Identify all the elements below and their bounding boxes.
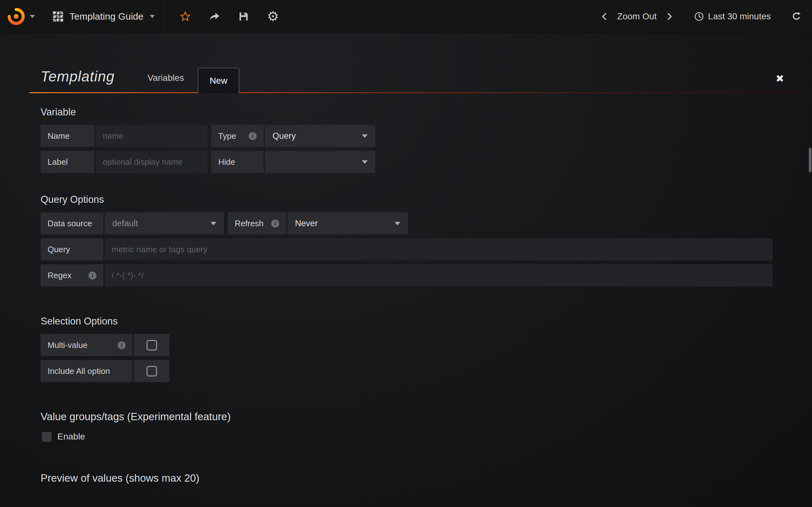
regex-input[interactable] — [105, 264, 773, 286]
hide-label: Hide — [211, 151, 264, 173]
dashboard-title: Templating Guide — [69, 11, 143, 22]
enable-checkbox[interactable] — [42, 432, 52, 442]
multi-value-checkbox[interactable] — [134, 334, 169, 356]
save-button[interactable] — [238, 10, 250, 22]
tab-new[interactable]: New — [198, 68, 239, 93]
share-button[interactable] — [208, 10, 220, 22]
include-all-row: Include All option — [41, 360, 773, 382]
name-label: Name — [41, 125, 95, 147]
variable-label-row: Label Hide — [41, 151, 773, 173]
editor-tab-header: Templating Variables New ✖ — [29, 51, 802, 93]
chevron-down-icon — [30, 15, 35, 18]
info-icon[interactable]: i — [271, 220, 279, 228]
enable-label: Enable — [57, 432, 85, 442]
query-input[interactable] — [105, 238, 773, 261]
type-label: Type i — [211, 125, 264, 147]
datasource-select[interactable]: default — [105, 212, 224, 234]
type-select[interactable]: Query — [265, 125, 375, 147]
info-icon[interactable]: i — [89, 272, 96, 279]
value-groups-heading: Value groups/tags (Experimental feature) — [41, 411, 773, 423]
variable-name-row: Name Type i Query — [41, 125, 773, 147]
refresh-label: Refresh i — [228, 212, 286, 234]
page-title: Templating — [29, 68, 114, 85]
gear-icon: ⚙ — [267, 10, 279, 23]
chevron-down-icon — [362, 160, 368, 164]
regex-label: Regex i — [41, 264, 103, 286]
hide-select[interactable] — [265, 151, 375, 173]
query-options-heading: Query Options — [41, 194, 773, 205]
preview-heading: Preview of values (shows max 20) — [41, 472, 773, 484]
clock-icon — [694, 11, 704, 21]
refresh-icon — [791, 11, 802, 22]
time-shift-back-button[interactable] — [598, 9, 611, 23]
zoom-out-label: Zoom Out — [617, 11, 657, 21]
info-icon[interactable]: i — [118, 341, 125, 349]
refresh-select-value: Never — [295, 219, 389, 228]
time-range-label: Last 30 minutes — [708, 11, 771, 21]
tab-variables[interactable]: Variables — [148, 73, 184, 93]
checkbox-square — [147, 340, 157, 350]
enable-row: Enable — [41, 432, 773, 442]
type-select-value: Query — [272, 131, 356, 141]
checkbox-square — [147, 366, 157, 377]
datasource-row: Data source default Refresh i Never — [41, 212, 773, 234]
dashboard-grid-icon — [53, 11, 63, 21]
dashboard-title-dropdown[interactable]: Templating Guide — [44, 0, 165, 33]
refresh-button[interactable] — [789, 9, 804, 24]
query-label: Query — [41, 238, 103, 261]
info-icon[interactable]: i — [249, 132, 257, 140]
selection-options-heading: Selection Options — [41, 316, 773, 327]
time-shift-forward-button[interactable] — [663, 9, 676, 23]
multi-value-label: Multi-value i — [41, 334, 133, 356]
include-all-checkbox[interactable] — [134, 360, 169, 382]
label-label: Label — [41, 151, 95, 173]
scrollbar-thumb[interactable] — [809, 148, 811, 172]
close-icon[interactable]: ✖ — [775, 73, 784, 83]
grafana-logo-icon — [7, 7, 26, 26]
label-input[interactable] — [96, 151, 207, 173]
zoom-out-button[interactable]: Zoom Out — [615, 9, 658, 24]
regex-row: Regex i — [41, 264, 773, 286]
grafana-menu-button[interactable] — [0, 0, 44, 33]
query-row: Query — [41, 238, 773, 261]
star-button[interactable] — [179, 10, 191, 22]
chevron-down-icon — [150, 15, 155, 18]
chevron-down-icon — [211, 222, 216, 225]
include-all-label: Include All option — [41, 360, 133, 382]
variable-section-heading: Variable — [41, 107, 773, 118]
time-picker-button[interactable]: Last 30 minutes — [692, 9, 773, 24]
chevron-down-icon — [362, 134, 368, 138]
gear-button[interactable]: ⚙ — [267, 10, 279, 22]
datasource-label: Data source — [41, 212, 103, 234]
refresh-select[interactable]: Never — [287, 212, 408, 234]
chevron-down-icon — [395, 222, 400, 225]
top-navbar: Templating Guide ⚙ — [0, 0, 812, 33]
multi-value-row: Multi-value i — [41, 334, 773, 356]
templating-editor: Templating Variables New ✖ Variable Name… — [29, 51, 802, 507]
datasource-select-value: default — [112, 219, 205, 228]
name-input[interactable] — [96, 125, 207, 147]
